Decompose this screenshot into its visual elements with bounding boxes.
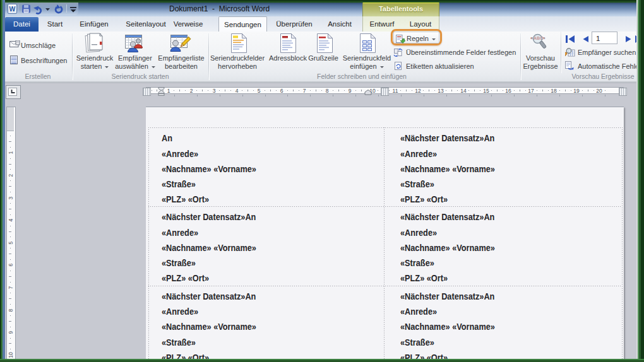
svg-text:»: » <box>543 35 546 41</box>
svg-text:«: « <box>530 35 533 41</box>
